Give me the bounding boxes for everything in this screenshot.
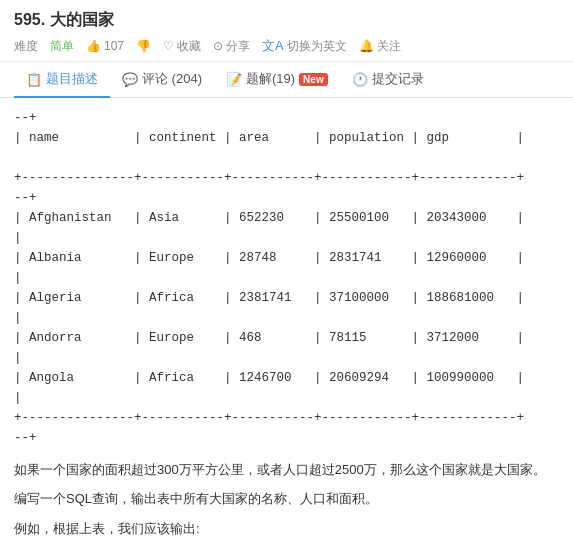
- new-badge: New: [299, 73, 328, 86]
- difficulty-label: 难度: [14, 38, 38, 55]
- solutions-tab-icon: 📝: [226, 72, 242, 87]
- tab-submissions[interactable]: 🕐 提交记录: [340, 62, 436, 98]
- share-icon: ⊙: [213, 39, 223, 53]
- difficulty-value: 简单: [50, 38, 74, 55]
- page-header: 595. 大的国家 难度 简单 👍 107 👎 ♡ 收藏 ⊙ 分享 文A 切换为…: [0, 0, 573, 62]
- translate-icon: 文A: [262, 37, 284, 55]
- description-tab-label: 题目描述: [46, 70, 98, 88]
- heart-icon: ♡: [163, 39, 174, 53]
- comments-tab-icon: 💬: [122, 72, 138, 87]
- share-button[interactable]: ⊙ 分享: [213, 38, 250, 55]
- table-code: --+ | name | continent | area | populati…: [14, 108, 559, 448]
- description-block: 如果一个国家的面积超过300万平方公里，或者人口超过2500万，那么这个国家就是…: [14, 458, 559, 540]
- solutions-tab-label: 题解(19): [246, 70, 295, 88]
- meta-row: 难度 简单 👍 107 👎 ♡ 收藏 ⊙ 分享 文A 切换为英文 🔔 关注: [14, 37, 559, 55]
- thumb-up-icon: 👍: [86, 39, 101, 53]
- thumb-down-button[interactable]: 👎: [136, 39, 151, 53]
- page-title: 595. 大的国家: [14, 10, 559, 31]
- follow-label: 关注: [377, 38, 401, 55]
- likes-button[interactable]: 👍 107: [86, 39, 124, 53]
- comments-tab-label: 评论 (204): [142, 70, 202, 88]
- tabs-row: 📋 题目描述 💬 评论 (204) 📝 题解(19) New 🕐 提交记录: [0, 62, 573, 98]
- tab-description[interactable]: 📋 题目描述: [14, 62, 110, 98]
- switch-lang-label: 切换为英文: [287, 38, 347, 55]
- desc-line3: 例如，根据上表，我们应该输出:: [14, 517, 559, 540]
- content-area: --+ | name | continent | area | populati…: [0, 98, 573, 554]
- description-tab-icon: 📋: [26, 72, 42, 87]
- tab-solutions[interactable]: 📝 题解(19) New: [214, 62, 340, 98]
- collect-button[interactable]: ♡ 收藏: [163, 38, 201, 55]
- bell-icon: 🔔: [359, 39, 374, 53]
- desc-line1: 如果一个国家的面积超过300万平方公里，或者人口超过2500万，那么这个国家就是…: [14, 458, 559, 481]
- likes-count: 107: [104, 39, 124, 53]
- collect-label: 收藏: [177, 38, 201, 55]
- switch-lang-button[interactable]: 文A 切换为英文: [262, 37, 347, 55]
- desc-line2: 编写一个SQL查询，输出表中所有大国家的名称、人口和面积。: [14, 487, 559, 510]
- thumb-down-icon: 👎: [136, 39, 151, 53]
- submissions-tab-icon: 🕐: [352, 72, 368, 87]
- share-label: 分享: [226, 38, 250, 55]
- follow-button[interactable]: 🔔 关注: [359, 38, 401, 55]
- tab-comments[interactable]: 💬 评论 (204): [110, 62, 214, 98]
- submissions-tab-label: 提交记录: [372, 70, 424, 88]
